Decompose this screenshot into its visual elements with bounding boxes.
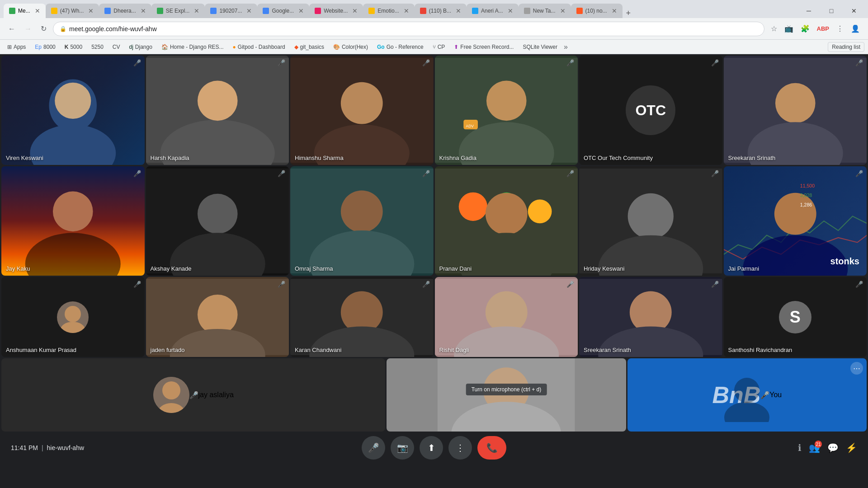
bookmark-go-ref[interactable]: Go Go - Reference xyxy=(373,42,427,52)
svg-text:3,028: 3,028 xyxy=(800,192,811,198)
maximize-button[interactable]: □ xyxy=(821,4,842,18)
bookmark-git[interactable]: ◆ git_basics xyxy=(291,42,328,52)
forward-button[interactable]: → xyxy=(22,23,34,35)
bookmark-color[interactable]: 🎨 Color(Hex) xyxy=(330,42,372,52)
bookmark-5250[interactable]: 5250 xyxy=(88,42,107,52)
back-button[interactable]: ← xyxy=(5,23,18,35)
participant-options-button[interactable]: ⋯ xyxy=(850,362,863,375)
bookmarks-more-icon[interactable]: » xyxy=(564,43,568,51)
gitpod-icon: ● xyxy=(233,44,236,50)
tab-close-icon[interactable]: ✕ xyxy=(612,7,617,14)
tab-190207[interactable]: 190207... ✕ xyxy=(205,4,257,18)
mic-muted-icon-harsh: 🎤 xyxy=(278,59,285,66)
bookmark-home-django[interactable]: 🏠 Home - Django RES... xyxy=(158,42,227,52)
bookmark-apps[interactable]: ⊞ Apps xyxy=(4,42,29,52)
tab-dheera[interactable]: Dheera... ✕ xyxy=(99,4,151,18)
bookmark-cv[interactable]: CV xyxy=(109,42,124,52)
camera-button[interactable]: 📷 xyxy=(391,436,414,460)
video-silhouette-viren xyxy=(1,56,145,165)
tab-se[interactable]: SE Expl... ✕ xyxy=(151,4,205,18)
github-icon: ⑂ xyxy=(433,44,436,50)
video-silhouette-sree2 xyxy=(579,277,722,357)
adblock-button[interactable]: ABP xyxy=(814,23,832,34)
participant-name-otc: OTC Our Tech Community xyxy=(584,155,653,161)
mic-muted-icon-omraj: 🎤 xyxy=(422,170,430,177)
tab-close-icon[interactable]: ✕ xyxy=(560,7,566,14)
bookmark-k[interactable]: K 5000 xyxy=(61,42,86,52)
participant-name-jaden: jaden furtado xyxy=(151,347,185,353)
avatar-santhoshi: S xyxy=(779,301,811,333)
info-button[interactable]: ℹ xyxy=(798,442,802,453)
extensions-button[interactable]: 🧩 xyxy=(798,23,812,35)
svg-point-8 xyxy=(341,82,383,124)
participant-name-pranav: Pranav Dani xyxy=(439,265,472,272)
bookmark-color-label: Color(Hex) xyxy=(342,44,368,50)
end-call-button[interactable]: 📞 xyxy=(477,436,506,460)
url-text: meet.google.com/hie-wuvf-ahw xyxy=(69,25,758,33)
microphone-button[interactable]: 🎤 xyxy=(362,436,385,460)
activities-button[interactable]: ⚡ xyxy=(846,442,857,453)
tab-newtab[interactable]: New Ta... ✕ xyxy=(519,4,571,18)
tab-close-icon[interactable]: ✕ xyxy=(298,7,304,14)
bookmark-gitpod[interactable]: ● Gitpod - Dashboard xyxy=(229,42,289,52)
tab-label-emotio: Emotio... xyxy=(377,8,399,14)
bookmark-git-label: git_basics xyxy=(300,44,324,50)
tab-favicon xyxy=(472,8,478,14)
tab-close-icon[interactable]: ✕ xyxy=(352,7,358,14)
people-button[interactable]: 👥 21 xyxy=(809,442,820,453)
bookmark-go-ref-label: Go - Reference xyxy=(387,44,424,50)
tab-close-icon[interactable]: ✕ xyxy=(246,7,252,14)
new-tab-button[interactable]: + xyxy=(623,9,635,18)
tab-google[interactable]: Google... ✕ xyxy=(257,4,309,18)
bookmark-django[interactable]: dj Django xyxy=(126,42,156,52)
browser-frame: Me... ✕ (47) Wh... ✕ Dheera... ✕ SE Expl… xyxy=(0,0,868,488)
svg-point-29 xyxy=(485,193,527,235)
present-button[interactable]: ⬆ xyxy=(420,436,443,460)
tab-close-icon[interactable]: ✕ xyxy=(194,7,199,14)
reading-list-button[interactable]: Reading list xyxy=(828,42,864,52)
participant-name-santhoshi: Santhoshi Ravichandran xyxy=(728,347,793,353)
tab-close-icon[interactable]: ✕ xyxy=(456,7,461,14)
tab-label-se: SE Expl... xyxy=(166,8,190,14)
profile-button[interactable]: 👤 xyxy=(848,23,863,35)
tab-close-icon[interactable]: ✕ xyxy=(141,7,146,14)
tab-close-icon[interactable]: ✕ xyxy=(88,7,94,14)
participant-name-rishit: Rishit Dagli xyxy=(439,347,469,353)
settings-button[interactable]: ⋮ xyxy=(834,23,846,35)
tab-favicon xyxy=(420,8,426,14)
ep-icon: Ep xyxy=(35,44,42,50)
chat-button[interactable]: 💬 xyxy=(827,442,839,453)
bookmark-cp[interactable]: ⑂ CP xyxy=(429,42,449,52)
close-button[interactable]: ✕ xyxy=(844,4,864,18)
meeting-time: 11:41 PM xyxy=(11,444,38,451)
tab-website[interactable]: Website... ✕ xyxy=(309,4,363,18)
mic-muted-icon-otc: 🎤 xyxy=(711,59,719,66)
tab-notif[interactable]: (10) no... ✕ xyxy=(571,4,623,18)
tab-twitter[interactable]: Aneri A... ✕ xyxy=(467,4,519,18)
bookmark-screen-rec[interactable]: ⬆ Free Screen Record... xyxy=(450,42,517,52)
tab-close-icon[interactable]: ✕ xyxy=(508,7,513,14)
bookmark-screen-rec-label: Free Screen Record... xyxy=(460,44,514,50)
video-silhouette-jaden xyxy=(146,277,289,357)
minimize-button[interactable]: ─ xyxy=(798,4,819,18)
mic-muted-icon-viren: 🎤 xyxy=(133,59,141,66)
address-actions: ☆ 📺 🧩 ABP ⋮ 👤 xyxy=(768,23,863,35)
bookmark-django-label: Django xyxy=(135,44,152,50)
tab-whatsapp[interactable]: (47) Wh... ✕ xyxy=(46,4,99,18)
more-options-button[interactable]: ⋮ xyxy=(448,436,472,460)
apps-grid-icon: ⊞ xyxy=(7,44,12,50)
tab-youtube[interactable]: (110) B... ✕ xyxy=(415,4,467,18)
bookmark-ep[interactable]: Ep 8000 xyxy=(31,42,59,52)
tab-close-icon[interactable]: ✕ xyxy=(404,7,409,14)
video-silhouette-sree1 xyxy=(724,56,867,165)
screen-cast-button[interactable]: 📺 xyxy=(782,23,796,35)
tab-emotio[interactable]: Emotio... ✕ xyxy=(363,4,414,18)
tab-close-icon[interactable]: ✕ xyxy=(35,7,40,14)
svg-point-20 xyxy=(197,194,237,234)
bookmark-sqlite[interactable]: SQLite Viewer xyxy=(519,42,561,52)
url-box[interactable]: 🔒 meet.google.com/hie-wuvf-ahw xyxy=(53,22,764,36)
meeting-id: hie-wuvf-ahw xyxy=(47,444,84,451)
tab-meet[interactable]: Me... ✕ xyxy=(4,4,46,18)
bookmark-star-button[interactable]: ☆ xyxy=(768,23,780,35)
reload-button[interactable]: ↻ xyxy=(38,23,49,35)
